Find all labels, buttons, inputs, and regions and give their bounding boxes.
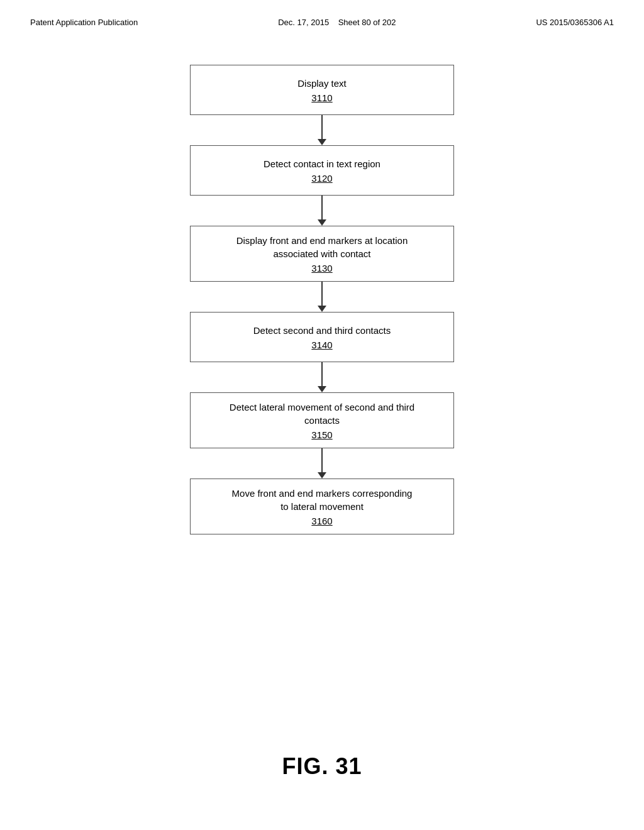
flowbox-3130-ref: 3130 <box>311 263 332 274</box>
flowbox-3110-text: Display text <box>297 77 347 90</box>
header-center: Dec. 17, 2015 Sheet 80 of 202 <box>278 18 396 27</box>
arrow-line-4 <box>321 362 323 386</box>
arrow-head-4 <box>318 386 326 392</box>
flowbox-3150-text: Detect lateral movement of second and th… <box>230 401 414 427</box>
flowbox-3130: Display front and end markers at locatio… <box>190 226 454 282</box>
flowbox-3120-text: Detect contact in text region <box>264 157 380 170</box>
page-header: Patent Application Publication Dec. 17, … <box>0 0 644 27</box>
flowbox-3140-ref: 3140 <box>311 340 332 350</box>
arrow-head-3 <box>318 306 326 312</box>
header-date: Dec. 17, 2015 <box>278 18 329 27</box>
arrow-head-2 <box>318 219 326 226</box>
arrow-2 <box>318 196 326 226</box>
arrow-5 <box>318 448 326 479</box>
flowbox-3140-text: Detect second and third contacts <box>253 324 391 337</box>
flowbox-3120: Detect contact in text region 3120 <box>190 145 454 196</box>
flowbox-3140: Detect second and third contacts 3140 <box>190 312 454 362</box>
figure-label: FIG. 31 <box>0 753 644 780</box>
flowbox-3150-ref: 3150 <box>311 429 332 440</box>
flowbox-3120-ref: 3120 <box>311 173 332 184</box>
flowbox-3130-text: Display front and end markers at locatio… <box>236 234 408 260</box>
arrow-head-1 <box>318 139 326 145</box>
header-sheet: Sheet 80 of 202 <box>338 18 396 27</box>
arrow-head-5 <box>318 472 326 479</box>
arrow-4 <box>318 362 326 392</box>
arrow-line-2 <box>321 196 323 219</box>
arrow-line-3 <box>321 282 323 306</box>
diagram-area: Display text 3110 Detect contact in text… <box>0 27 644 534</box>
arrow-3 <box>318 282 326 312</box>
header-left: Patent Application Publication <box>30 18 138 27</box>
flowbox-3160-ref: 3160 <box>311 516 332 526</box>
arrow-line-1 <box>321 115 323 139</box>
arrow-line-5 <box>321 448 323 472</box>
flowbox-3160-text: Move front and end markers corresponding… <box>232 487 413 513</box>
flowbox-3110-ref: 3110 <box>311 92 332 103</box>
arrow-1 <box>318 115 326 145</box>
header-right: US 2015/0365306 A1 <box>536 18 614 27</box>
flowbox-3160: Move front and end markers corresponding… <box>190 479 454 534</box>
flowbox-3110: Display text 3110 <box>190 65 454 115</box>
flowbox-3150: Detect lateral movement of second and th… <box>190 392 454 448</box>
